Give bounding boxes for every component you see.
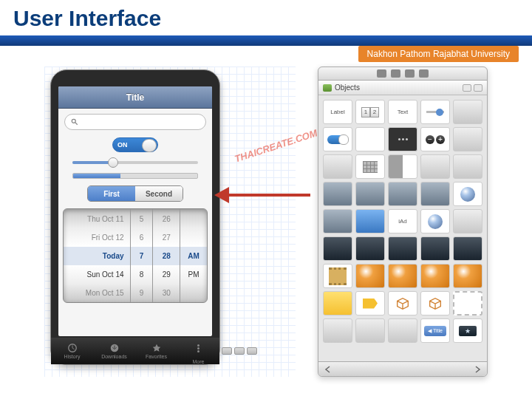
obj-tag[interactable]: [355, 291, 385, 316]
obj-toolbar[interactable]: [453, 209, 482, 233]
obj-segmented[interactable]: 12: [355, 100, 385, 124]
obj-stepper[interactable]: [355, 127, 385, 151]
object-grid: Label 12 Text −+ iAd: [318, 95, 487, 347]
fwd-icon[interactable]: [474, 366, 481, 373]
svg-point-0: [72, 119, 75, 123]
obj-dark-c[interactable]: [388, 236, 417, 261]
obj-cube-b[interactable]: [420, 291, 450, 316]
obj-button-blue[interactable]: [355, 209, 385, 233]
slide-title: User Interface: [13, 6, 161, 31]
search-icon: [71, 118, 78, 126]
obj-bar-c[interactable]: [388, 318, 417, 343]
university-badge: Nakhon Pathom Rajabhat University: [358, 46, 519, 62]
tab-downloads[interactable]: Downloads: [93, 338, 135, 364]
obj-datepicker[interactable]: [355, 182, 385, 206]
obj-switch[interactable]: [323, 127, 352, 151]
obj-imageview[interactable]: [323, 209, 352, 233]
library-tabs[interactable]: [318, 67, 487, 81]
obj-orb-b[interactable]: [388, 264, 417, 288]
view-icon-a[interactable]: [463, 84, 471, 92]
obj-addremove[interactable]: −+: [420, 127, 450, 151]
view-icon-b[interactable]: [474, 84, 482, 92]
obj-sphere[interactable]: [420, 209, 450, 233]
tab-more[interactable]: More: [177, 338, 219, 364]
back-icon[interactable]: [324, 366, 332, 373]
obj-note[interactable]: [323, 291, 352, 316]
design-canvas[interactable]: Title ON First Second: [44, 66, 296, 377]
obj-pagecontrol[interactable]: [388, 127, 417, 151]
title-bar: [0, 35, 532, 46]
search-field[interactable]: [64, 114, 206, 130]
obj-navbutton[interactable]: [420, 318, 450, 343]
obj-slider[interactable]: [420, 100, 450, 124]
obj-dark-a[interactable]: [323, 236, 352, 261]
date-picker[interactable]: Thu Oct 11 Fri Oct 12 Today Sun Oct 14 M…: [63, 208, 208, 303]
obj-tabbar[interactable]: [453, 318, 482, 343]
obj-dark-e[interactable]: [453, 236, 482, 261]
obj-bar-b[interactable]: [355, 318, 385, 343]
obj-view[interactable]: [323, 154, 352, 179]
phone-frame: Title ON First Second: [50, 69, 220, 365]
nav-bar[interactable]: Title: [58, 86, 212, 109]
segment-first[interactable]: First: [88, 186, 135, 201]
tab-favorites[interactable]: Favorites: [135, 338, 177, 364]
obj-textfield[interactable]: [453, 127, 482, 151]
object-library-panel[interactable]: Objects Label 12 Text −+: [318, 66, 488, 377]
obj-picker[interactable]: [323, 182, 352, 206]
obj-dark-b[interactable]: [355, 236, 385, 261]
progress-bar: [72, 173, 198, 179]
segmented-control[interactable]: First Second: [87, 185, 183, 202]
obj-container[interactable]: [453, 154, 482, 179]
obj-progress[interactable]: [453, 100, 482, 124]
svg-line-1: [75, 123, 78, 125]
library-footer: [318, 361, 487, 376]
slider[interactable]: [72, 157, 198, 168]
library-header: Objects: [318, 81, 487, 95]
obj-tableview[interactable]: [420, 154, 450, 179]
obj-calendar[interactable]: [420, 182, 450, 206]
obj-film[interactable]: [323, 264, 352, 288]
obj-keypad[interactable]: [355, 154, 385, 179]
obj-label[interactable]: Label: [323, 100, 352, 124]
objects-icon: [323, 84, 332, 92]
toggle-switch[interactable]: ON: [112, 137, 158, 152]
tab-history[interactable]: History: [51, 338, 93, 364]
obj-webview[interactable]: [453, 182, 482, 206]
obj-map[interactable]: [388, 182, 417, 206]
obj-bar-a[interactable]: [323, 318, 352, 343]
obj-orb-a[interactable]: [355, 264, 385, 288]
phone-screen: Title ON First Second: [58, 86, 212, 336]
obj-orb-c[interactable]: [420, 264, 450, 288]
obj-dark-d[interactable]: [420, 236, 450, 261]
segment-second[interactable]: Second: [135, 186, 183, 201]
obj-orb-d[interactable]: [453, 264, 482, 288]
selection-indicator: [222, 347, 257, 355]
tab-bar[interactable]: History Downloads Favorites More: [51, 338, 219, 364]
obj-cube-a[interactable]: [388, 291, 417, 316]
obj-splitview[interactable]: [388, 154, 417, 179]
obj-text[interactable]: Text: [388, 100, 417, 124]
obj-iad[interactable]: iAd: [388, 209, 417, 233]
obj-placeholder[interactable]: [453, 291, 482, 316]
pointer-arrow: [214, 187, 310, 203]
